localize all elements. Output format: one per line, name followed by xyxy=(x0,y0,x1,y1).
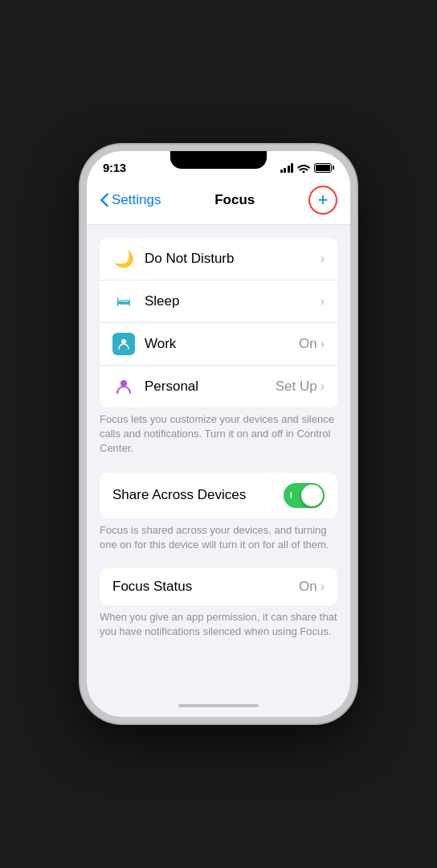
share-label: Share Across Devices xyxy=(112,487,284,503)
toggle-knob xyxy=(301,485,323,506)
personal-label: Personal xyxy=(145,379,276,395)
do-not-disturb-label: Do Not Disturb xyxy=(145,251,321,267)
svg-point-0 xyxy=(121,339,126,344)
add-button[interactable]: + xyxy=(308,186,337,215)
personal-item[interactable]: Personal Set Up › xyxy=(100,366,337,407)
phone-frame: 9:13 xyxy=(80,145,357,723)
moon-icon: 🌙 xyxy=(112,248,135,270)
chevron-icon: › xyxy=(321,337,325,351)
back-button[interactable]: Settings xyxy=(100,192,161,208)
chevron-icon: › xyxy=(321,252,325,266)
toggle-on-label: I xyxy=(290,491,292,500)
status-icons xyxy=(280,163,335,173)
work-status: On xyxy=(299,336,317,352)
share-section: Share Across Devices I Focus is shared a… xyxy=(87,473,350,562)
chevron-icon: › xyxy=(321,579,325,594)
nav-title: Focus xyxy=(214,192,255,208)
focus-status-card: Focus Status On › xyxy=(100,568,337,605)
content: 🌙 Do Not Disturb › 🛏 Sleep › xyxy=(87,225,350,698)
share-toggle-row[interactable]: Share Across Devices I xyxy=(100,473,337,518)
home-bar xyxy=(178,704,259,707)
focus-status-description: When you give an app permission, it can … xyxy=(87,605,350,649)
share-description: Focus is shared across your devices, and… xyxy=(87,518,350,562)
share-toggle[interactable]: I xyxy=(284,483,325,508)
personal-status: Set Up xyxy=(276,379,317,395)
sleep-item[interactable]: 🛏 Sleep › xyxy=(100,280,337,323)
do-not-disturb-item[interactable]: 🌙 Do Not Disturb › xyxy=(100,238,337,280)
sleep-label: Sleep xyxy=(145,293,321,309)
focus-status-label: Focus Status xyxy=(112,579,299,595)
notch xyxy=(170,151,267,169)
battery-icon xyxy=(314,163,334,173)
chevron-icon: › xyxy=(321,379,325,394)
screen: 9:13 xyxy=(87,151,350,717)
personal-icon xyxy=(112,375,135,398)
focus-description: Focus lets you customize your devices an… xyxy=(87,407,350,466)
focus-items-section: 🌙 Do Not Disturb › 🛏 Sleep › xyxy=(87,238,350,466)
focus-status-item[interactable]: Focus Status On › xyxy=(100,568,337,605)
sleep-icon: 🛏 xyxy=(112,290,135,313)
work-icon xyxy=(112,333,135,355)
focus-items-card: 🌙 Do Not Disturb › 🛏 Sleep › xyxy=(100,238,337,407)
signal-bars-icon xyxy=(280,163,294,173)
work-item[interactable]: Work On › xyxy=(100,323,337,366)
focus-status-value: On xyxy=(299,579,317,595)
focus-status-section: Focus Status On › When you give an app p… xyxy=(87,568,350,649)
home-indicator xyxy=(87,698,350,717)
work-label: Work xyxy=(145,336,299,352)
nav-bar: Settings Focus + xyxy=(87,179,350,225)
wifi-icon xyxy=(297,163,310,173)
status-bar: 9:13 xyxy=(87,151,350,179)
back-label: Settings xyxy=(112,192,161,208)
chevron-icon: › xyxy=(321,294,325,309)
share-toggle-card: Share Across Devices I xyxy=(100,473,337,518)
svg-point-1 xyxy=(120,380,127,387)
status-time: 9:13 xyxy=(103,161,126,174)
